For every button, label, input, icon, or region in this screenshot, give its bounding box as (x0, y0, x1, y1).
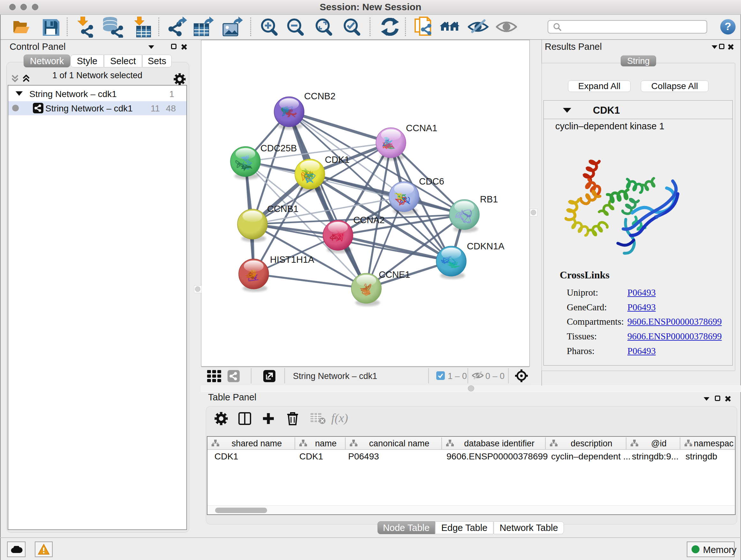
svg-text:CCNA1: CCNA1 (406, 123, 437, 133)
svg-text:CDKN1A: CDKN1A (467, 241, 504, 251)
svg-text:CDK1: CDK1 (325, 154, 349, 165)
svg-text:CCNA2: CCNA2 (353, 215, 385, 225)
svg-text:CCNB2: CCNB2 (304, 91, 335, 101)
svg-text:CDC6: CDC6 (419, 176, 444, 186)
svg-text:RB1: RB1 (480, 194, 498, 204)
svg-text:HIST1H1A: HIST1H1A (270, 254, 314, 265)
svg-text:CDC25B: CDC25B (260, 143, 297, 153)
svg-text:CCNE1: CCNE1 (379, 269, 410, 280)
svg-text:CCNB1: CCNB1 (267, 204, 298, 214)
